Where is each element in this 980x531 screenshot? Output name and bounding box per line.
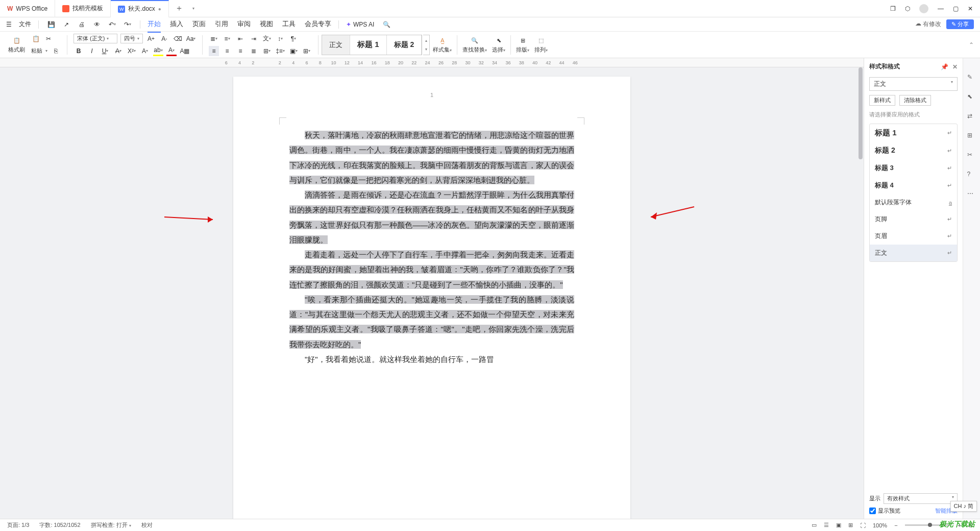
style-item-default-font[interactable]: 默认段落字体a [870,194,957,211]
bold-icon[interactable]: B [74,46,84,56]
status-proof[interactable]: 校对 [141,521,153,529]
shading-icon[interactable]: A▦ [180,46,190,56]
current-style-dropdown[interactable]: 正文▾ [869,77,958,91]
arrange-button[interactable]: ⬚ 排列▾ [532,36,550,54]
save-icon[interactable]: 💾 [46,19,56,30]
document-text[interactable]: 秋天，落叶满地，冷寂的秋雨肆意地宣泄着它的情绪，用悲凉给这个喧嚣的世界调色。街巷… [289,128,574,367]
pin-icon[interactable]: 📌 [941,63,948,70]
style-heading1[interactable]: 标题 1 [350,35,387,55]
help-icon[interactable]: ? [967,171,976,180]
exchange-icon[interactable]: ⇄ [967,112,976,122]
new-tab-button[interactable]: ＋ [169,3,189,14]
zoom-thumb[interactable] [928,523,932,527]
cloud-modified-status[interactable]: ☁有修改 [915,20,941,29]
decrease-font-icon[interactable]: A- [159,34,169,44]
tab-reference[interactable]: 引用 [215,16,228,33]
increase-font-icon[interactable]: A+ [146,34,156,44]
horizontal-ruler[interactable]: 6422468101214161820222426283032343638404… [0,58,864,67]
scrollbar-thumb[interactable] [859,67,863,159]
document-page[interactable]: 1 秋天，落叶满地，冷寂的秋雨肆意地宣泄着它的情绪，用悲凉给这个喧嚣的世界调色。… [233,77,630,519]
collapse-ribbon-icon[interactable]: ⌃ [969,41,974,49]
select-button[interactable]: ⬉ 选择▾ [490,36,507,54]
underline-icon[interactable]: U▾ [100,46,110,56]
bullets-icon[interactable]: ≣▾ [209,34,219,44]
tab-tools[interactable]: 工具 [282,16,296,33]
new-style-button[interactable]: 新样式 [869,95,895,106]
align-left-icon[interactable]: ≡ [209,46,219,56]
sort-icon[interactable]: ↕▾ [275,34,285,44]
show-filter-dropdown[interactable]: 有效样式▾ [884,493,958,504]
italic-icon[interactable]: I [87,46,97,56]
ime-indicator[interactable]: CH ♪ 简 [950,501,977,512]
clear-format-button[interactable]: 清除格式 [899,95,931,106]
strikethrough-icon[interactable]: A▾ [113,46,124,56]
tab-review[interactable]: 审阅 [237,16,251,33]
zoom-out-icon[interactable]: − [894,522,897,528]
paste-icon[interactable]: 📋 [31,34,40,43]
more-icon[interactable]: ⋯ [967,190,976,199]
tab-document[interactable]: W 秋天.docx ● [111,0,169,17]
close-icon[interactable]: ✕ [968,5,973,12]
tab-template[interactable]: 找稻壳模板 [55,0,111,17]
style-item-header[interactable]: 页眉↵ [870,228,957,245]
export-icon[interactable]: ↗ [61,19,71,30]
line-spacing-icon[interactable]: ‡≡▾ [275,46,285,56]
style-item-heading4[interactable]: 标题 4↵ [870,177,957,194]
layout-button[interactable]: ⊞ 排版▾ [514,36,531,54]
font-name-dropdown[interactable]: 宋体 (正文)▾ [74,34,117,43]
copy-icon[interactable]: ⎘ [51,46,61,56]
font-color2-icon[interactable]: A▾ [166,46,177,56]
style-item-normal[interactable]: 正文↵ [870,245,957,261]
style-heading2[interactable]: 标题 2 [387,35,422,55]
style-normal[interactable]: 正文 [322,35,350,55]
style-set-button[interactable]: A̲ 样式集▾ [431,36,454,54]
view-web-icon[interactable]: ⊞ [848,522,853,528]
style-item-heading3[interactable]: 标题 3↵ [870,159,957,177]
status-word-count[interactable]: 字数: 1052/1052 [39,521,80,529]
status-spellcheck[interactable]: 拼写检查: 打开 ▾ [91,521,131,529]
view-page-icon[interactable]: ▭ [812,522,817,528]
tab-dropdown-icon[interactable]: ▾ [192,6,194,11]
wps-ai-button[interactable]: ✦WPS AI [346,21,374,28]
align-right-icon[interactable]: ≡ [235,46,246,56]
maximize-icon[interactable]: ▢ [953,5,959,12]
clear-format-icon[interactable]: ⌫ [173,34,183,44]
style-scroll-up-icon[interactable]: ▴ [425,38,427,43]
style-item-footer[interactable]: 页脚↵ [870,211,957,228]
style-scroll-down-icon[interactable]: ▾ [425,47,427,52]
pencil-icon[interactable]: ✎ [967,74,976,83]
style-item-heading1[interactable]: 标题 1↵ [870,124,957,142]
tab-start[interactable]: 开始 [148,16,161,33]
cursor-icon[interactable]: ⬉ [967,93,976,102]
align-justify-icon[interactable]: ≣ [249,46,259,56]
font-size-dropdown[interactable]: 四号▾ [120,34,143,43]
avatar-icon[interactable] [919,4,928,13]
view-outline-icon[interactable]: ☰ [824,522,829,528]
cut-icon[interactable]: ✂ [43,34,54,44]
decrease-indent-icon[interactable]: ⇤ [235,34,246,44]
fill-color-icon[interactable]: ▣▾ [288,46,299,56]
change-case-icon[interactable]: Aa▾ [186,34,196,44]
print-preview-icon[interactable]: 👁 [92,19,102,30]
minimize-icon[interactable]: — [938,5,944,12]
distribute-icon[interactable]: ⊞▾ [262,46,272,56]
view-fullscreen-icon[interactable]: ⛶ [860,522,866,528]
restore-down-icon[interactable]: ❐ [890,5,896,12]
numbering-icon[interactable]: ≡▾ [222,34,232,44]
tab-insert[interactable]: 插入 [170,16,183,33]
align-center-icon[interactable]: ≡ [222,46,232,56]
tab-page[interactable]: 页面 [192,16,206,33]
tools-icon[interactable]: ✂ [967,151,976,160]
style-item-heading2[interactable]: 标题 2↵ [870,142,957,159]
borders-icon[interactable]: ⊞▾ [302,46,312,56]
vertical-scrollbar[interactable] [856,67,864,519]
format-painter-button[interactable]: 📋 格式刷 [6,36,27,54]
undo-icon[interactable]: ↶▾ [107,19,117,30]
cube-icon[interactable]: ⬡ [905,5,910,12]
share-button[interactable]: ✎ 分享 [946,19,974,29]
preview-checkbox[interactable]: 显示预览 [869,507,900,515]
tab-member[interactable]: 会员专享 [305,16,331,33]
pilcrow-icon[interactable]: ¶▾ [288,34,299,44]
highlight-icon[interactable]: ab▾ [153,46,163,56]
zoom-value[interactable]: 100% [873,522,887,528]
